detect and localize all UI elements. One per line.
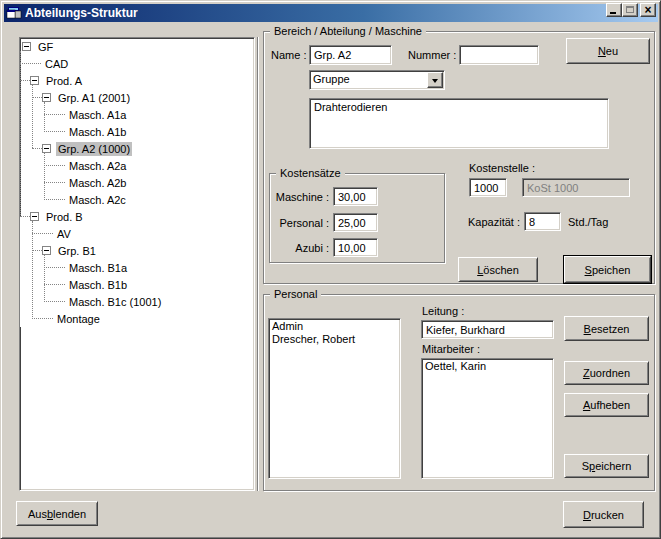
leitung-label: Leitung : [422,305,464,317]
kostenstelle-nr-input[interactable] [469,178,507,197]
tree-node-label[interactable]: Grp. B1 [56,244,98,258]
tree-node-label[interactable]: AV [55,227,73,241]
tree-node-gf[interactable]: GF [20,38,254,55]
window-title: Abteilungs-Struktur [22,6,138,20]
minimize-button[interactable] [606,3,622,17]
tree-node-masch-b1c[interactable]: Masch. B1c (1001) [44,293,254,310]
azubi-satz-label: Azubi : [271,242,329,254]
personal-satz-label: Personal : [271,217,329,229]
kapazitaet-input[interactable] [524,212,561,231]
ausblenden-button[interactable]: Ausblenden [16,501,98,526]
tree-node-label[interactable]: Masch. A2b [67,176,128,190]
list-item[interactable]: Oettel, Karin [422,360,553,373]
kostensaetze-groupbox-legend: Kostensätze [276,167,345,179]
besetzen-button[interactable]: Besetzen [564,316,649,341]
tree-node-label[interactable]: Masch. B1b [67,278,129,292]
tree-node-cad[interactable]: CAD [20,55,254,72]
bereich-groupbox-legend: Bereich / Abteilung / Maschine [270,25,426,37]
panel-divider [257,37,259,491]
leitung-input[interactable] [421,320,554,339]
tree-node-masch-a2c[interactable]: Masch. A2c [44,191,254,208]
list-item[interactable]: Drescher, Robert [269,333,400,346]
tree-node-masch-a1a[interactable]: Masch. A1a [44,106,254,123]
name-input[interactable] [309,45,392,65]
maschine-satz-input[interactable] [333,187,378,206]
tree-node-label[interactable]: Masch. A2a [67,159,128,173]
titlebar[interactable]: Abteilungs-Struktur [4,4,658,22]
tree-node-masch-b1b[interactable]: Masch. B1b [44,276,254,293]
kostenstelle-name-input [522,178,630,197]
tree-node-label[interactable]: Montage [55,312,102,326]
tree-node-grp-a2[interactable]: Grp. A2 (1000) [32,140,254,157]
tree-node-masch-a2b[interactable]: Masch. A2b [44,174,254,191]
tree-node-grp-a1[interactable]: Grp. A1 (2001) [32,89,254,106]
mitarbeiter-listbox[interactable]: Oettel, Karin [421,358,554,479]
kostenstelle-label: Kostenstelle : [469,162,535,174]
collapse-icon[interactable] [42,93,51,102]
collapse-icon[interactable] [30,76,39,85]
list-item[interactable]: Admin [269,320,400,333]
kapazitaet-label: Kapazität : [468,216,520,228]
tree-node-prod-b[interactable]: Prod. B [20,208,254,225]
tree-node-label[interactable]: Prod. A [44,74,84,88]
structure-tree-panel[interactable]: GF CAD Prod. A Grp. A1 (2001) Mas [19,37,255,491]
tree-node-masch-a2a[interactable]: Masch. A2a [44,157,254,174]
tree-node-label[interactable]: Masch. A1b [67,125,128,139]
department-tree: GF CAD Prod. A Grp. A1 (2001) Mas [20,38,254,327]
tree-node-label[interactable]: Prod. B [44,210,85,224]
abteilungs-struktur-window: Abteilungs-Struktur × GF CAD Prod. A [0,0,661,539]
zuordnen-button[interactable]: Zuordnen [564,361,649,385]
name-label: Name : [271,49,306,61]
nummer-input[interactable] [459,45,539,65]
azubi-satz-input[interactable] [333,238,378,257]
typ-dropdown-value: Gruppe [313,73,350,85]
mitarbeiter-label: Mitarbeiter : [422,343,480,355]
nummer-label: Nummer : [408,49,456,61]
tree-node-label-selected[interactable]: Grp. A2 (1000) [56,142,132,156]
tree-node-label[interactable]: Grp. A1 (2001) [56,91,132,105]
dropdown-button[interactable] [427,72,443,88]
neu-button[interactable]: Neu [566,38,650,64]
beschreibung-textarea[interactable]: Drahterodieren [309,98,609,149]
tree-node-label[interactable]: Masch. B1c (1001) [67,295,163,309]
speichen-button[interactable]: Speichen [564,256,651,283]
tree-node-label[interactable]: CAD [43,57,70,71]
tree-node-montage[interactable]: Montage [32,310,254,327]
minimize-icon [610,12,616,14]
close-button[interactable]: × [640,3,656,17]
personal-satz-input[interactable] [333,213,378,232]
collapse-icon[interactable] [30,212,39,221]
speichern-button[interactable]: Speichern [564,454,649,478]
kapazitaet-unit-label: Std./Tag [568,216,608,228]
chevron-down-icon [432,79,438,83]
collapse-icon[interactable] [22,42,31,51]
close-icon: × [641,3,655,17]
aufheben-button[interactable]: Aufheben [564,393,649,417]
personal-groupbox-legend: Personal [270,288,321,300]
maximize-icon [626,6,634,13]
tree-node-label[interactable]: GF [36,40,55,54]
drucken-button[interactable]: Drucken [563,501,644,528]
tree-node-masch-a1b[interactable]: Masch. A1b [44,123,254,140]
collapse-icon[interactable] [42,246,51,255]
tree-node-av[interactable]: AV [32,225,254,242]
personal-pool-listbox[interactable]: Admin Drescher, Robert [268,318,401,479]
tree-node-label[interactable]: Masch. A1a [67,108,128,122]
tree-node-label[interactable]: Masch. B1a [67,261,129,275]
collapse-icon[interactable] [42,144,51,153]
tree-node-masch-b1a[interactable]: Masch. B1a [44,259,254,276]
maximize-button[interactable] [622,3,638,17]
tree-node-grp-b1[interactable]: Grp. B1 [32,242,254,259]
tree-node-label[interactable]: Masch. A2c [67,193,128,207]
tree-node-prod-a[interactable]: Prod. A [20,72,254,89]
loeschen-button[interactable]: Löschen [458,257,538,282]
form-window-icon[interactable] [6,5,22,21]
maschine-satz-label: Maschine : [271,191,329,203]
typ-dropdown[interactable]: Gruppe [309,70,445,90]
